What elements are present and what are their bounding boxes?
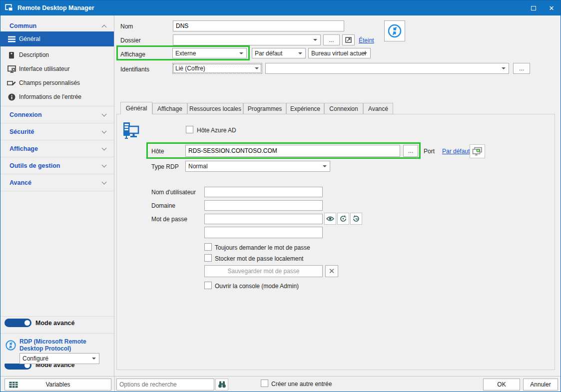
titlebar: Remote Desktop Manager ✕ (0, 0, 561, 15)
sidebar-item-label: Informations de l'entrée (19, 93, 81, 100)
identifiants-browse-button[interactable]: ... (513, 63, 530, 74)
eteint-link[interactable]: Éteint (359, 37, 374, 44)
tab-connexion[interactable]: Connexion (324, 103, 363, 114)
app-logo-icon (5, 4, 13, 12)
sidebar-section-label: Avancé (9, 179, 31, 186)
session-type-rdp-button[interactable] (384, 20, 405, 41)
monitors-add-icon (472, 147, 483, 156)
chevron-down-icon (102, 163, 107, 168)
username-input[interactable] (204, 187, 323, 197)
type-rdp-value: Normal (188, 163, 208, 170)
eye-icon (326, 216, 334, 222)
always-ask-password-checkbox[interactable] (204, 243, 212, 251)
port-default-link[interactable]: Par défaut (442, 148, 470, 155)
sidebar-section-commun[interactable]: Commun (0, 19, 114, 32)
history-key-icon (352, 215, 360, 223)
sidebar-item-label: Général (19, 35, 40, 42)
binoculars-icon (218, 381, 226, 388)
search-button[interactable] (215, 379, 228, 391)
generate-password-button[interactable] (337, 213, 349, 225)
affichage-select[interactable]: Externe (172, 48, 247, 58)
type-rdp-select[interactable]: Normal (185, 161, 330, 172)
advanced-mode-toggle[interactable] (4, 319, 31, 327)
identifiants-entry-select[interactable] (265, 63, 509, 74)
password-confirm-input[interactable] (204, 227, 323, 238)
chevron-down-icon (502, 67, 506, 69)
advanced-mode-label-clipped: Mode avancé (35, 364, 75, 369)
maximize-button[interactable] (525, 0, 543, 15)
field-edit-icon (7, 80, 16, 86)
chevron-down-icon (239, 52, 243, 54)
monitor-icon (7, 65, 16, 73)
affichage-label: Affichage (120, 51, 145, 58)
affichage-value: Externe (175, 50, 196, 57)
close-button[interactable]: ✕ (543, 0, 561, 15)
tab-general[interactable]: Général (120, 102, 152, 114)
sidebar-item-general[interactable]: Général (0, 31, 114, 46)
sidebar-section-label: Sécurité (9, 128, 34, 135)
always-ask-password-label: Toujours demander le mot de passe (215, 244, 310, 251)
password-history-button[interactable] (350, 213, 362, 225)
port-label: Port (424, 148, 435, 155)
sidebar-item-champs-personnalises[interactable]: Champs personnalisés (0, 76, 114, 89)
tab-avance[interactable]: Avancé (363, 103, 393, 114)
cancel-button[interactable]: Annuler (523, 379, 558, 391)
identifiants-label: Identifiants (120, 66, 149, 73)
toggle-knob-icon (24, 320, 30, 326)
hote-browse-button[interactable]: ... (403, 145, 418, 157)
variables-button[interactable]: Variables (4, 379, 111, 391)
save-password-button[interactable]: Sauvegarder mot de passe (204, 265, 323, 277)
protocol-name: RDP (Microsoft Remote Desktop Protocol) (19, 338, 108, 352)
sidebar-section-outils-de-gestion[interactable]: Outils de gestion (0, 159, 114, 172)
nom-input[interactable] (173, 20, 344, 31)
divider (0, 157, 114, 157)
dossier-select[interactable] (173, 34, 321, 45)
divider (0, 191, 114, 191)
toggle-knob-icon (24, 364, 30, 368)
sidebar-section-affichage[interactable]: Affichage (0, 142, 114, 155)
sidebar-item-description[interactable]: Description (0, 48, 114, 61)
host-session-button[interactable] (470, 144, 485, 158)
sidebar-item-label: Interface utilisateur (19, 65, 69, 72)
reveal-password-button[interactable] (324, 213, 336, 225)
nom-label: Nom (120, 23, 133, 30)
virtual-desktop-value: Bureau virtuel actuel (311, 50, 366, 57)
advanced-mode-toggle-clipped[interactable] (4, 364, 31, 370)
tab-ressources-locales[interactable]: Ressources locales (187, 103, 243, 114)
display-default-value: Par défaut (255, 50, 282, 57)
window-title: Remote Desktop Manager (17, 4, 525, 11)
sidebar-item-interface-utilisateur[interactable]: Interface utilisateur (0, 62, 114, 75)
divider (0, 106, 114, 106)
open-console-checkbox[interactable] (204, 282, 212, 289)
create-another-entry-checkbox[interactable] (261, 380, 268, 387)
domain-input[interactable] (204, 200, 323, 211)
store-password-locally-label: Stocker mot de passe localement (215, 255, 303, 262)
computer-network-icon (122, 122, 139, 141)
sidebar-section-connexion[interactable]: Connexion (0, 108, 114, 121)
sidebar-section-avance[interactable]: Avancé (0, 176, 114, 189)
chevron-down-icon (92, 358, 96, 360)
password-input[interactable] (204, 214, 323, 224)
dossier-browse-button[interactable]: ... (323, 34, 340, 45)
chevron-down-icon (363, 52, 367, 54)
display-default-select[interactable]: Par défaut (252, 48, 306, 58)
store-password-locally-checkbox[interactable] (204, 254, 212, 262)
sidebar-item-label: Description (19, 51, 49, 58)
sidebar-section-securite[interactable]: Sécurité (0, 125, 114, 138)
protocol-status-select[interactable]: Configuré (19, 353, 99, 364)
search-input[interactable] (116, 379, 214, 391)
virtual-desktop-select[interactable]: Bureau virtuel actuel (308, 48, 371, 58)
chevron-down-icon (102, 129, 107, 134)
clear-password-button[interactable]: ✕ (325, 265, 338, 277)
hote-input[interactable] (185, 145, 400, 157)
dossier-label: Dossier (120, 37, 141, 44)
chevron-down-icon (255, 67, 259, 69)
sidebar-item-informations-entree[interactable]: Informations de l'entrée (0, 90, 114, 103)
ok-button[interactable]: OK (483, 379, 520, 391)
dossier-select-window-button[interactable] (342, 34, 355, 45)
azure-ad-checkbox[interactable] (186, 126, 193, 133)
tab-affichage[interactable]: Affichage (152, 103, 187, 114)
tab-programmes[interactable]: Programmes (243, 103, 286, 114)
identifiants-mode-select[interactable]: Lié (Coffre) (172, 63, 262, 74)
tab-experience[interactable]: Expérience (286, 103, 324, 114)
